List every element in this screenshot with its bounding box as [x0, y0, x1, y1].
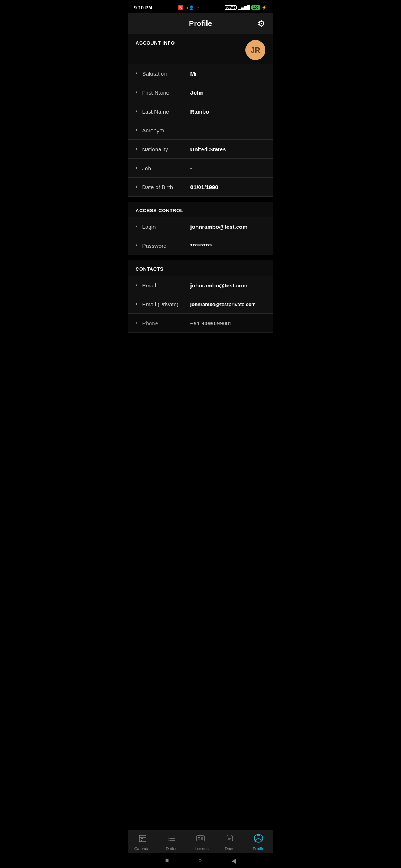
first-name-value: John: [190, 89, 265, 96]
access-control-title: ACCESS CONTROL: [136, 208, 183, 213]
page-title: Profile: [189, 19, 212, 28]
email-private-row[interactable]: • Email (Private) johnrambo@testprivate.…: [128, 295, 273, 314]
status-icons: VoLTE ▂▄▆█ 100 ⚡: [225, 5, 267, 10]
password-label: Password: [142, 243, 190, 249]
bullet-icon: •: [136, 108, 138, 115]
email-private-label: Email (Private): [142, 301, 190, 308]
acronym-row[interactable]: • Acronym -: [128, 121, 273, 140]
phone-value: +91 9099099001: [190, 320, 265, 326]
phone-label: Phone: [142, 320, 190, 326]
account-info-section-header: ACCOUNT INFO JR: [128, 34, 273, 64]
contacts-title: CONTACTS: [136, 266, 163, 272]
first-name-row[interactable]: • First Name John: [128, 83, 273, 102]
notification-icons: N m 👤 ···: [178, 5, 199, 10]
bullet-icon: •: [136, 146, 138, 152]
dob-label: Date of Birth: [142, 184, 190, 190]
bullet-icon: •: [136, 165, 138, 171]
volte-icon: VoLTE: [225, 5, 237, 10]
login-row[interactable]: • Login johnrambo@test.com: [128, 217, 273, 236]
status-time: 9:10 PM: [134, 5, 152, 10]
bullet-icon: •: [136, 223, 138, 230]
last-name-value: Rambo: [190, 108, 265, 115]
salutation-value: Mr: [190, 70, 265, 77]
network-strength: ▂▄▆█: [238, 5, 250, 10]
charging-icon: ⚡: [261, 5, 267, 10]
account-info-title: ACCOUNT INFO: [136, 40, 175, 46]
section-gap-1: [128, 197, 273, 202]
scroll-content: ACCOUNT INFO JR • Salutation Mr • First …: [128, 34, 273, 370]
dots-icon: ···: [195, 5, 199, 10]
bullet-icon: •: [136, 127, 138, 134]
extra-icon: 👤: [189, 5, 194, 10]
email-row[interactable]: • Email johnrambo@test.com: [128, 276, 273, 295]
bullet-icon: •: [136, 282, 138, 289]
m-icon: m: [185, 5, 188, 10]
section-gap-2: [128, 255, 273, 260]
job-value: -: [190, 165, 265, 171]
job-row[interactable]: • Job -: [128, 159, 273, 178]
email-private-value: johnrambo@testprivate.com: [190, 302, 265, 307]
bullet-icon: •: [136, 320, 138, 326]
dob-value: 01/01/1990: [190, 184, 265, 190]
login-label: Login: [142, 224, 190, 230]
dob-row[interactable]: • Date of Birth 01/01/1990: [128, 178, 273, 197]
bullet-icon: •: [136, 89, 138, 96]
bullet-icon: •: [136, 242, 138, 249]
email-value: johnrambo@test.com: [190, 282, 265, 289]
contacts-fields: • Email johnrambo@test.com • Email (Priv…: [128, 276, 273, 333]
email-label: Email: [142, 282, 190, 289]
salutation-row[interactable]: • Salutation Mr: [128, 64, 273, 83]
nationality-label: Nationality: [142, 146, 190, 152]
login-value: johnrambo@test.com: [190, 224, 265, 230]
password-value: **********: [190, 243, 265, 249]
battery-indicator: 100: [251, 5, 260, 10]
bullet-icon: •: [136, 184, 138, 190]
first-name-label: First Name: [142, 89, 190, 96]
password-row[interactable]: • Password **********: [128, 236, 273, 255]
settings-icon[interactable]: ⚙: [257, 19, 265, 29]
phone-row[interactable]: • Phone +91 9099099001: [128, 314, 273, 333]
page-header: Profile ⚙: [128, 13, 273, 34]
salutation-label: Salutation: [142, 70, 190, 77]
access-control-fields: • Login johnrambo@test.com • Password **…: [128, 217, 273, 255]
bullet-icon: •: [136, 301, 138, 308]
nationality-row[interactable]: • Nationality United States: [128, 140, 273, 159]
acronym-label: Acronym: [142, 127, 190, 134]
bullet-icon: •: [136, 70, 138, 77]
status-bar: 9:10 PM N m 👤 ··· VoLTE ▂▄▆█ 100 ⚡: [128, 0, 273, 13]
job-label: Job: [142, 165, 190, 171]
last-name-label: Last Name: [142, 108, 190, 115]
acronym-value: -: [190, 127, 265, 134]
access-control-section-header: ACCESS CONTROL: [128, 202, 273, 217]
avatar: JR: [245, 40, 265, 60]
last-name-row[interactable]: • Last Name Rambo: [128, 102, 273, 121]
account-info-fields: • Salutation Mr • First Name John • Last…: [128, 64, 273, 197]
n-icon: N: [178, 5, 183, 10]
nationality-value: United States: [190, 146, 265, 152]
contacts-section-header: CONTACTS: [128, 260, 273, 276]
